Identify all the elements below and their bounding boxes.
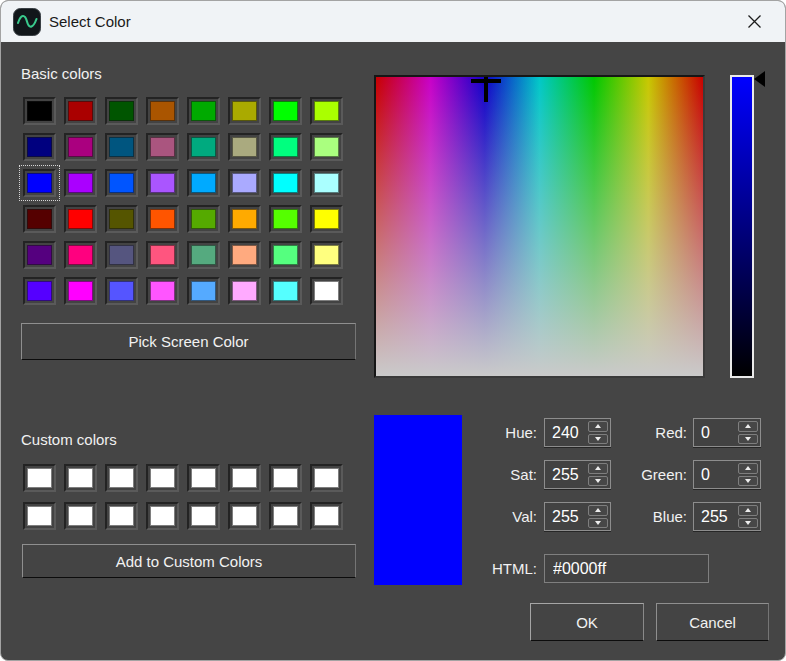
swatch-color [273, 281, 298, 301]
ok-button[interactable]: OK [530, 603, 644, 641]
basic-color-swatch[interactable] [64, 205, 97, 233]
basic-color-swatch[interactable] [187, 277, 220, 305]
basic-color-swatch[interactable] [228, 133, 261, 161]
hue-saturation-picker[interactable] [374, 75, 705, 378]
custom-color-swatch[interactable] [146, 464, 179, 492]
basic-color-swatch[interactable] [310, 277, 343, 305]
close-icon [747, 14, 762, 29]
red-spin-buttons [736, 419, 760, 446]
custom-color-swatch[interactable] [23, 464, 56, 492]
custom-color-swatch[interactable] [310, 464, 343, 492]
basic-color-swatch[interactable] [269, 277, 302, 305]
swatch-color [68, 468, 93, 488]
custom-color-swatch[interactable] [64, 464, 97, 492]
basic-color-swatch[interactable] [146, 241, 179, 269]
pick-screen-color-button[interactable]: Pick Screen Color [21, 323, 356, 360]
swatch-color [150, 209, 175, 229]
basic-color-swatch[interactable] [105, 97, 138, 125]
custom-color-swatch[interactable] [23, 502, 56, 530]
val-input[interactable] [545, 503, 586, 530]
blue-input[interactable] [694, 503, 736, 530]
custom-color-swatch[interactable] [228, 464, 261, 492]
basic-color-swatch[interactable] [23, 169, 56, 197]
custom-color-swatch[interactable] [228, 502, 261, 530]
custom-color-swatch[interactable] [105, 502, 138, 530]
sat-input[interactable] [545, 461, 586, 488]
basic-color-swatch[interactable] [23, 133, 56, 161]
html-color-input[interactable] [544, 554, 709, 583]
basic-color-swatch[interactable] [146, 169, 179, 197]
basic-color-swatch[interactable] [310, 205, 343, 233]
swatch-color [68, 245, 93, 265]
basic-color-swatch[interactable] [64, 133, 97, 161]
green-spin-up-button[interactable] [738, 463, 758, 474]
basic-color-swatch[interactable] [146, 97, 179, 125]
red-spin-down-button[interactable] [738, 434, 758, 445]
basic-color-swatch[interactable] [105, 241, 138, 269]
basic-color-swatch[interactable] [64, 169, 97, 197]
swatch-color [314, 173, 339, 193]
blue-spin-up-button[interactable] [738, 505, 758, 516]
custom-color-swatch[interactable] [105, 464, 138, 492]
red-spin-up-button[interactable] [738, 421, 758, 432]
basic-color-swatch[interactable] [228, 169, 261, 197]
swatch-color [191, 173, 216, 193]
basic-color-swatch[interactable] [310, 169, 343, 197]
basic-color-swatch[interactable] [269, 169, 302, 197]
basic-color-swatch[interactable] [187, 133, 220, 161]
basic-color-swatch[interactable] [310, 97, 343, 125]
basic-color-swatch[interactable] [64, 241, 97, 269]
basic-color-swatch[interactable] [146, 205, 179, 233]
basic-color-swatch[interactable] [187, 205, 220, 233]
custom-color-swatch[interactable] [64, 502, 97, 530]
cancel-button[interactable]: Cancel [656, 603, 769, 641]
green-spin-down-button[interactable] [738, 476, 758, 487]
basic-color-swatch[interactable] [105, 277, 138, 305]
swatch-color [150, 137, 175, 157]
custom-color-swatch[interactable] [146, 502, 179, 530]
basic-color-swatch[interactable] [105, 205, 138, 233]
basic-color-swatch[interactable] [105, 133, 138, 161]
basic-color-swatch[interactable] [64, 97, 97, 125]
basic-color-swatch[interactable] [187, 169, 220, 197]
basic-color-swatch[interactable] [146, 277, 179, 305]
basic-color-swatch[interactable] [23, 241, 56, 269]
basic-color-swatch[interactable] [269, 241, 302, 269]
basic-color-swatch[interactable] [228, 205, 261, 233]
custom-color-swatch[interactable] [187, 464, 220, 492]
basic-color-swatch[interactable] [187, 97, 220, 125]
custom-color-swatch[interactable] [187, 502, 220, 530]
green-label: Green: [599, 466, 687, 483]
close-button[interactable] [731, 4, 777, 38]
blue-spin-buttons [736, 503, 760, 530]
custom-color-swatch[interactable] [310, 502, 343, 530]
spin-up-icon [745, 508, 751, 512]
basic-color-swatch[interactable] [187, 241, 220, 269]
basic-color-swatch[interactable] [105, 169, 138, 197]
basic-color-swatch[interactable] [23, 277, 56, 305]
basic-color-swatch[interactable] [228, 97, 261, 125]
basic-color-swatch[interactable] [23, 205, 56, 233]
add-to-custom-colors-button[interactable]: Add to Custom Colors [22, 544, 356, 578]
basic-color-swatch[interactable] [146, 133, 179, 161]
basic-color-swatch[interactable] [23, 97, 56, 125]
basic-color-swatch[interactable] [269, 97, 302, 125]
value-slider[interactable] [730, 75, 754, 378]
basic-color-swatch[interactable] [228, 277, 261, 305]
hue-label: Hue: [451, 424, 537, 441]
basic-color-swatch[interactable] [310, 241, 343, 269]
custom-color-swatch[interactable] [269, 502, 302, 530]
swatch-color [191, 281, 216, 301]
basic-color-swatch[interactable] [269, 205, 302, 233]
basic-color-swatch[interactable] [310, 133, 343, 161]
basic-color-swatch[interactable] [228, 241, 261, 269]
swatch-color [68, 209, 93, 229]
hue-input[interactable] [545, 419, 586, 446]
blue-spin-down-button[interactable] [738, 518, 758, 529]
basic-color-swatch[interactable] [64, 277, 97, 305]
basic-color-swatch[interactable] [269, 133, 302, 161]
custom-color-swatch[interactable] [269, 464, 302, 492]
red-input[interactable] [694, 419, 736, 446]
green-input[interactable] [694, 461, 736, 488]
window-title: Select Color [49, 13, 131, 30]
